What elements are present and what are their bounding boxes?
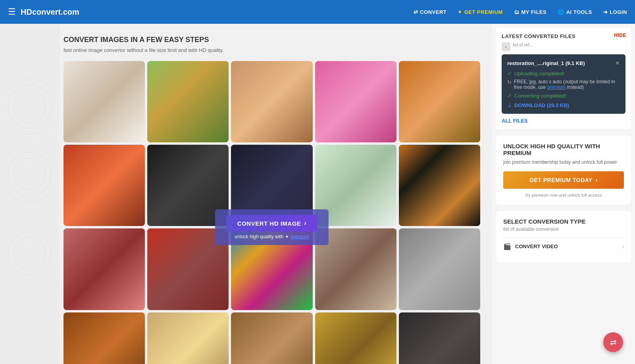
video-icon: 🎬 — [503, 243, 511, 250]
list-item — [147, 61, 229, 142]
conversion-section: SELECT CONVERSION TYPE list of available… — [496, 211, 631, 262]
header: ☰ HDconvert.com ⇄ CONVERT ✦ GET PREMIUM … — [0, 0, 635, 24]
list-item — [399, 145, 480, 226]
arrow-right-icon: › — [596, 177, 598, 183]
check-icon: ✓ — [507, 70, 512, 77]
list-item — [231, 61, 312, 142]
right-sidebar: LATEST CONVERTED FILES HIDE ‹ list of re… — [492, 24, 635, 364]
premium-section: UNLOCK HIGH HD QUALITY WITH PREMIUM join… — [496, 136, 631, 205]
fab-button[interactable]: ⇄ — [603, 332, 623, 352]
convert-hd-button[interactable]: CONVERT HD IMAGE › — [226, 215, 318, 232]
list-item — [64, 61, 145, 142]
convert-status: Converting completed! — [514, 93, 566, 99]
file-card: restoration_....riginal_1 (9.1 KB) ✕ ✓ U… — [502, 54, 625, 114]
premium-icon: ✦ — [458, 9, 462, 15]
get-premium-button[interactable]: GET PREMIUM TODAY › — [503, 171, 624, 189]
premium-section-title: UNLOCK HIGH HD QUALITY WITH PREMIUM — [503, 143, 624, 156]
conversion-title: SELECT CONVERSION TYPE — [503, 218, 624, 225]
premium-subtitle: join premium membership today and unlock… — [503, 159, 624, 165]
list-item — [64, 228, 145, 310]
list-item — [231, 312, 312, 364]
info-text: FREE, jpg, auto x auto (output may be li… — [514, 79, 620, 90]
folder-icon: 🗂 — [514, 9, 520, 15]
site-logo: HDconvert.com — [21, 8, 79, 17]
premium-text-link[interactable]: premium — [547, 84, 566, 90]
list-item — [147, 312, 229, 364]
info-row: ↻ FREE, jpg, auto x auto (output may be … — [507, 79, 620, 90]
chevron-left-icon[interactable]: ‹ — [502, 42, 510, 51]
svg-point-2 — [6, 79, 54, 134]
file-name: restoration_....riginal_1 (9.1 KB) — [507, 60, 585, 66]
download-row: ⇣ DOWNLOAD (29.3 KB) — [507, 102, 620, 108]
chevron-right-icon: › — [622, 243, 624, 250]
page-subtitle: fast online image convertor without a fi… — [64, 47, 480, 53]
page-title: CONVERT IMAGES IN A FEW EASY STEPS — [64, 36, 480, 44]
all-files-link[interactable]: ALL FILES — [502, 118, 625, 124]
hide-button[interactable]: HIDE — [614, 33, 626, 38]
convert-icon: ⇄ — [414, 9, 418, 15]
swap-icon: ⇄ — [610, 337, 617, 347]
download-link[interactable]: DOWNLOAD (29.3 KB) — [514, 102, 569, 108]
ai-icon: 🌐 — [558, 9, 564, 15]
list-item — [64, 145, 145, 226]
sparkle-icon: ✦ — [285, 234, 289, 239]
convert-overlay: CONVERT HD IMAGE › unlock high quality w… — [215, 209, 329, 245]
premium-note: try premium now and unlock full access — [503, 193, 624, 197]
nav-myfiles[interactable]: 🗂 MY FILES — [514, 9, 546, 15]
svg-point-1 — [8, 85, 52, 128]
convert-status-row: ✓ Converting completed! — [507, 92, 620, 99]
left-content: CONVERT IMAGES IN A FEW EASY STEPS fast … — [0, 24, 492, 364]
svg-point-5 — [6, 146, 54, 202]
list-item — [64, 312, 145, 364]
latest-files-header: LATEST CONVERTED FILES — [502, 33, 625, 39]
image-grid-container: CONVERT HD IMAGE › unlock high quality w… — [64, 61, 480, 364]
info-icon: ↻ — [507, 79, 512, 85]
nav-login[interactable]: ➔ LOGIN — [603, 9, 627, 15]
arrow-icon: › — [304, 220, 306, 227]
premium-link[interactable]: premium — [291, 234, 309, 239]
hamburger-menu[interactable]: ☰ — [8, 7, 16, 17]
svg-point-6 — [14, 238, 46, 269]
conversion-item-label: CONVERT VIDEO — [515, 243, 558, 249]
unlock-text: unlock high quality with ✦ premium — [226, 234, 318, 239]
svg-point-7 — [8, 232, 52, 275]
close-icon[interactable]: ✕ — [615, 60, 620, 66]
nav-convert[interactable]: ⇄ CONVERT — [414, 9, 447, 15]
list-item — [399, 312, 480, 364]
list-item — [315, 312, 396, 364]
latest-files-section: LATEST CONVERTED FILES HIDE ‹ list of re… — [496, 28, 631, 129]
login-icon: ➔ — [603, 9, 608, 15]
download-icon: ⇣ — [507, 102, 512, 108]
conversion-item-video[interactable]: 🎬 CONVERT VIDEO › — [503, 238, 624, 255]
upload-status: Uploading completed! — [514, 71, 564, 77]
nav-premium[interactable]: ✦ GET PREMIUM — [458, 9, 503, 15]
svg-point-0 — [14, 91, 46, 123]
list-item — [399, 61, 480, 142]
bg-pattern — [0, 24, 60, 364]
upload-status-row: ✓ Uploading completed! — [507, 70, 620, 77]
nav-aitools[interactable]: 🌐 AI TOOLS — [558, 9, 592, 15]
main-nav: ⇄ CONVERT ✦ GET PREMIUM 🗂 MY FILES 🌐 AI … — [414, 9, 627, 15]
svg-point-4 — [8, 152, 52, 196]
svg-point-3 — [14, 158, 46, 190]
conversion-subtitle: list of available conversion — [503, 226, 624, 232]
check-icon-2: ✓ — [507, 92, 512, 99]
list-item — [315, 61, 396, 142]
list-item — [399, 228, 480, 310]
list-ref-text: list of ref... — [513, 42, 533, 47]
